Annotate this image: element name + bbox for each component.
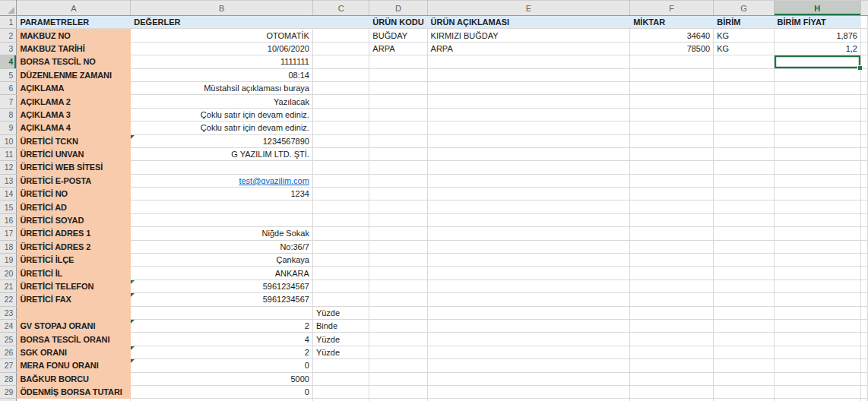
- row-header-15[interactable]: 15: [0, 200, 17, 213]
- cell-B27[interactable]: 0: [131, 359, 313, 372]
- cell-G26[interactable]: [714, 346, 774, 358]
- cell-F8[interactable]: [630, 108, 714, 121]
- cell-A21[interactable]: ÜRETİCİ TELEFON: [17, 279, 131, 292]
- cell-C3[interactable]: [312, 42, 369, 55]
- cell-F17[interactable]: [630, 227, 714, 240]
- cell-H28[interactable]: [774, 372, 860, 385]
- cell-A28[interactable]: BAĞKUR BORCU: [17, 372, 131, 385]
- row-header-19[interactable]: 19: [0, 254, 17, 267]
- cell-B9[interactable]: Çoklu satır için devam ediniz.: [131, 122, 313, 134]
- cell-D25[interactable]: [369, 333, 427, 346]
- cell-H2[interactable]: 1,876: [774, 29, 860, 42]
- cell-A2[interactable]: MAKBUZ NO: [17, 29, 131, 42]
- cell-C6[interactable]: [312, 81, 369, 94]
- cell-E2[interactable]: KIRMIZI BUĞDAY: [427, 29, 630, 42]
- row-header-10[interactable]: 10: [0, 134, 17, 147]
- cell-F19[interactable]: [630, 254, 714, 267]
- cell-A5[interactable]: DÜZENLENME ZAMANI: [17, 68, 131, 81]
- cell-F18[interactable]: [630, 240, 714, 253]
- row-header-13[interactable]: 13: [0, 174, 17, 187]
- cell-E25[interactable]: [427, 333, 630, 346]
- cell-C26[interactable]: Yüzde: [312, 346, 369, 358]
- cell-D19[interactable]: [369, 254, 427, 267]
- cell-G13[interactable]: [714, 174, 774, 187]
- cell-B17[interactable]: Niğde Sokak: [131, 227, 313, 240]
- cell-B18[interactable]: No:36/7: [131, 240, 313, 253]
- row-header-14[interactable]: 14: [0, 188, 17, 200]
- cell-A4[interactable]: BORSA TESCİL NO: [17, 55, 131, 68]
- cell-A10[interactable]: ÜRETİCİ TCKN: [17, 134, 131, 147]
- row-header-8[interactable]: 8: [0, 108, 17, 121]
- row-header-28[interactable]: 28: [0, 372, 17, 385]
- row-header-7[interactable]: 7: [0, 95, 17, 108]
- cell-G19[interactable]: [714, 254, 774, 267]
- cell-A15[interactable]: ÜRETİCİ AD: [17, 200, 131, 213]
- cell-H11[interactable]: [774, 147, 860, 160]
- cell-C8[interactable]: [312, 108, 369, 121]
- cell-H14[interactable]: [774, 188, 860, 200]
- cell-A16[interactable]: ÜRETİCİ SOYAD: [17, 213, 131, 226]
- cell-G24[interactable]: [714, 319, 774, 332]
- cell-D11[interactable]: [369, 147, 427, 160]
- cell-C16[interactable]: [312, 213, 369, 226]
- cell-E21[interactable]: [427, 279, 630, 292]
- cell-F6[interactable]: [630, 81, 714, 94]
- cell-C20[interactable]: [312, 267, 369, 279]
- cell-D29[interactable]: [369, 385, 427, 398]
- cell-C25[interactable]: Yüzde: [312, 333, 369, 346]
- cell-H27[interactable]: [774, 359, 860, 372]
- cell-G22[interactable]: [714, 293, 774, 306]
- cell-C7[interactable]: [312, 95, 369, 108]
- cell-H9[interactable]: [774, 122, 860, 134]
- cell-C18[interactable]: [312, 240, 369, 253]
- cell-C1[interactable]: [312, 16, 369, 29]
- cell-H24[interactable]: [774, 319, 860, 332]
- cell-F7[interactable]: [630, 95, 714, 108]
- column-header-H[interactable]: H: [774, 1, 860, 16]
- cell-D16[interactable]: [369, 213, 427, 226]
- cell-B24[interactable]: 2: [131, 319, 313, 332]
- cell-H4[interactable]: [774, 55, 860, 68]
- cell-F10[interactable]: [630, 134, 714, 147]
- email-link[interactable]: test@gyazilim.com: [239, 176, 309, 185]
- cell-A3[interactable]: MAKBUZ TARİHİ: [17, 42, 131, 55]
- cell-C29[interactable]: [312, 385, 369, 398]
- cell-A24[interactable]: GV STOPAJ ORANI: [17, 319, 131, 332]
- cell-B2[interactable]: OTOMATİK: [131, 29, 313, 42]
- cell-E20[interactable]: [427, 267, 630, 279]
- cell-H20[interactable]: [774, 267, 860, 279]
- cell-H23[interactable]: [774, 306, 860, 319]
- cell-D7[interactable]: [369, 95, 427, 108]
- cell-E10[interactable]: [427, 134, 630, 147]
- cell-D26[interactable]: [369, 346, 427, 358]
- cell-E26[interactable]: [427, 346, 630, 358]
- cell-H16[interactable]: [774, 213, 860, 226]
- cell-F24[interactable]: [630, 319, 714, 332]
- cell-B26[interactable]: 2: [131, 346, 313, 358]
- cell-G23[interactable]: [714, 306, 774, 319]
- cell-H17[interactable]: [774, 227, 860, 240]
- cell-C22[interactable]: [312, 293, 369, 306]
- cell-B28[interactable]: 5000: [131, 372, 313, 385]
- cell-E1[interactable]: ÜRÜN AÇIKLAMASI: [427, 16, 630, 29]
- cell-A6[interactable]: AÇIKLAMA: [17, 81, 131, 94]
- cell-A25[interactable]: BORSA TESCİL ORANI: [17, 333, 131, 346]
- cell-E28[interactable]: [427, 372, 630, 385]
- cell-B4[interactable]: 1111111: [131, 55, 313, 68]
- cell-F3[interactable]: 78500: [630, 42, 714, 55]
- row-header-12[interactable]: 12: [0, 161, 17, 174]
- cell-E11[interactable]: [427, 147, 630, 160]
- cell-F21[interactable]: [630, 279, 714, 292]
- cell-E17[interactable]: [427, 227, 630, 240]
- cell-G2[interactable]: KG: [714, 29, 774, 42]
- cell-A20[interactable]: ÜRETİCİ İL: [17, 267, 131, 279]
- cell-A19[interactable]: ÜRETİCİ İLÇE: [17, 254, 131, 267]
- cell-D15[interactable]: [369, 200, 427, 213]
- cell-B21[interactable]: 5961234567: [131, 279, 313, 292]
- cell-D17[interactable]: [369, 227, 427, 240]
- cell-H21[interactable]: [774, 279, 860, 292]
- cell-F2[interactable]: 34640: [630, 29, 714, 42]
- cell-F15[interactable]: [630, 200, 714, 213]
- cell-G4[interactable]: [714, 55, 774, 68]
- select-all-button[interactable]: [0, 1, 17, 16]
